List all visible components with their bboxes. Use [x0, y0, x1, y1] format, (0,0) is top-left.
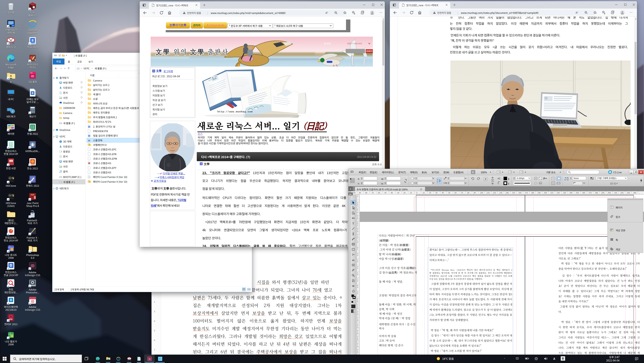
- svg-text:30: 30: [153, 70, 154, 72]
- svg-text:文學 위의 文學 출판사: 文學 위의 文學 출판사: [156, 48, 229, 56]
- svg-text:T: T: [352, 222, 354, 225]
- svg-text:30: 30: [200, 163, 202, 165]
- svg-text:CSS: CSS: [30, 72, 32, 74]
- svg-text:ID: ID: [31, 263, 34, 268]
- svg-text:S: S: [168, 164, 169, 166]
- svg-text:호: 호: [32, 91, 34, 95]
- svg-text:ID: ID: [31, 299, 34, 304]
- svg-text:e: e: [118, 357, 119, 360]
- svg-text:호: 호: [89, 126, 90, 128]
- svg-text:한: 한: [10, 159, 12, 162]
- svg-text:5: 5: [34, 58, 36, 61]
- svg-text:호: 호: [89, 135, 90, 137]
- svg-text:8: 8: [34, 194, 36, 200]
- svg-text:SEARCH: SEARCH: [366, 50, 372, 52]
- svg-text:호: 호: [89, 140, 90, 141]
- svg-text:ID: ID: [31, 74, 34, 78]
- svg-text:ID: ID: [148, 357, 151, 360]
- svg-text:한국어: 한국어: [324, 42, 331, 45]
- svg-text:호: 호: [159, 357, 161, 360]
- svg-text:호: 호: [31, 38, 34, 42]
- svg-text:한: 한: [10, 263, 12, 268]
- svg-text:e: e: [31, 20, 34, 26]
- svg-text:PDF: PDF: [9, 318, 13, 320]
- svg-text:호: 호: [10, 298, 12, 302]
- svg-text:SELECT LANGUAGE: SELECT LANGUAGE: [347, 42, 362, 45]
- svg-text:intel: intel: [12, 25, 14, 26]
